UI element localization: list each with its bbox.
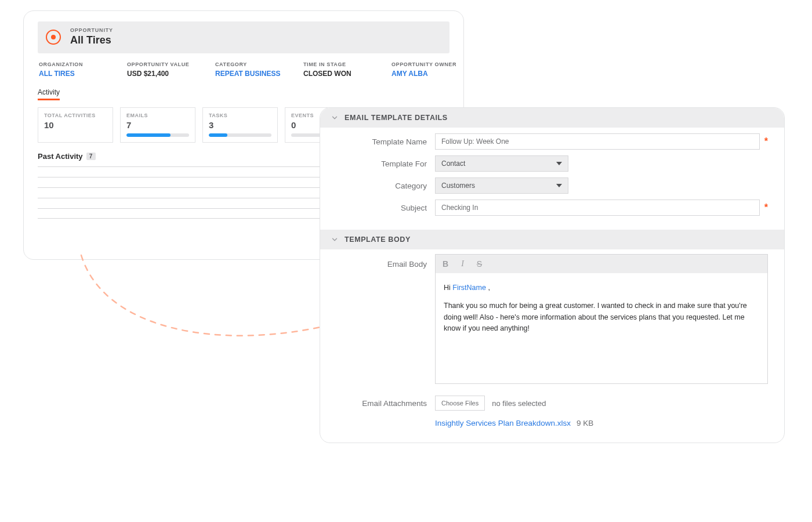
organization-link[interactable]: ALL TIRES	[39, 70, 108, 78]
chevron-down-icon	[331, 114, 339, 122]
subject-input[interactable]	[435, 200, 760, 216]
category-link[interactable]: REPEAT BUSINESS	[215, 70, 285, 78]
template-for-select[interactable]: Contact	[435, 155, 568, 172]
opportunity-name: All Tires	[70, 34, 113, 46]
bold-button[interactable]: B	[443, 259, 448, 269]
category-select[interactable]: Customers	[435, 177, 568, 194]
caret-down-icon	[556, 162, 562, 165]
owner-link[interactable]: AMY ALBA	[392, 70, 461, 78]
strike-button[interactable]: S	[477, 259, 482, 269]
connector-line	[70, 249, 336, 360]
fact-organization: ORGANIZATION ALL TIRES	[39, 61, 108, 78]
choose-files-button[interactable]: Choose Files	[435, 396, 485, 411]
section-header-details[interactable]: EMAIL TEMPLATE DETAILS	[320, 108, 784, 128]
fact-category: CATEGORY REPEAT BUSINESS	[215, 61, 285, 78]
chevron-down-icon	[331, 235, 339, 244]
caret-down-icon	[556, 184, 562, 187]
category-label: Category	[336, 182, 427, 190]
section-header-body[interactable]: TEMPLATE BODY	[320, 230, 784, 249]
attached-file-link[interactable]: Insightly Services Plan Breakdown.xlsx	[435, 419, 571, 427]
stat-total-activities: TOTAL ACTIVITIES 10	[38, 107, 113, 143]
attached-file-size: 9 KB	[577, 419, 593, 427]
attachments-label: Email Attachments	[336, 399, 427, 408]
email-body-label: Email Body	[336, 254, 427, 384]
fact-time-in-stage: TIME IN STAGE CLOSED WON	[303, 61, 373, 78]
email-body-content[interactable]: Hi FirstName , Thank you so much for bei…	[436, 273, 767, 383]
template-for-label: Template For	[336, 160, 427, 168]
italic-button[interactable]: I	[461, 259, 464, 269]
stat-emails: EMAILS 7	[120, 107, 195, 143]
fact-opportunity-value: OPPORTUNITY VALUE USD $21,400	[127, 61, 197, 78]
no-files-text: no files selected	[492, 399, 546, 408]
stat-tasks: TASKS 3	[202, 107, 278, 143]
subject-label: Subject	[336, 204, 427, 212]
merge-field-firstname[interactable]: FirstName	[452, 284, 486, 292]
opportunity-header: OPPORTUNITY All Tires	[38, 21, 449, 53]
email-template-card: EMAIL TEMPLATE DETAILS Template Name * T…	[320, 107, 785, 443]
editor-toolbar: B I S	[436, 255, 767, 273]
required-indicator: *	[764, 202, 768, 213]
template-name-label: Template Name	[336, 137, 427, 146]
required-indicator: *	[764, 136, 768, 147]
target-icon	[46, 30, 61, 45]
email-body-editor: B I S Hi FirstName , Thank you so much f…	[435, 254, 768, 384]
fact-owner: OPPORTUNITY OWNER AMY ALBA	[392, 61, 461, 78]
template-name-input[interactable]	[435, 133, 760, 150]
opportunity-tag: OPPORTUNITY	[70, 27, 113, 33]
tab-activity[interactable]: Activity	[38, 88, 60, 100]
past-activity-count: 7	[86, 153, 96, 160]
